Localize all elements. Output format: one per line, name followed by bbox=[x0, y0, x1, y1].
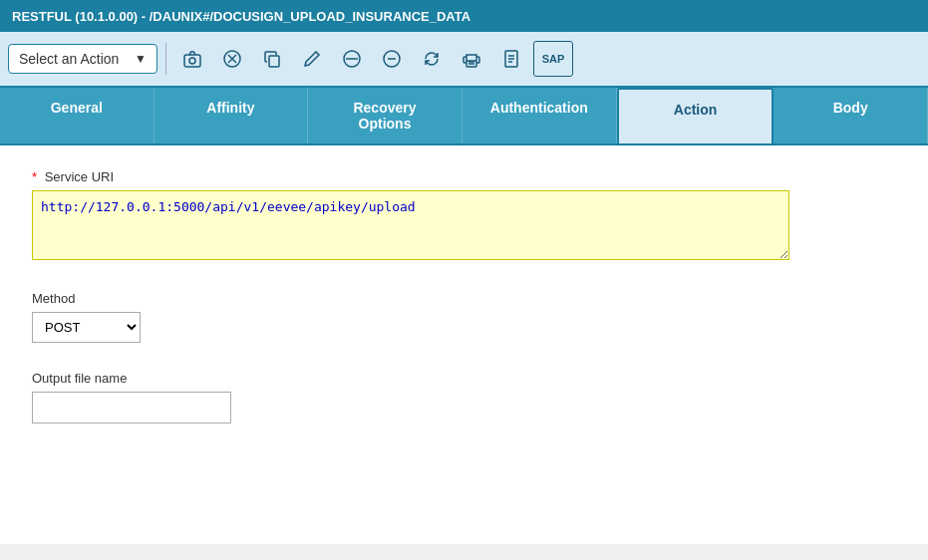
action-select-button[interactable]: Select an Action ▼ bbox=[8, 44, 157, 74]
tab-affinity[interactable]: Affinity bbox=[155, 88, 309, 143]
document-lines-icon[interactable] bbox=[493, 41, 529, 77]
tab-general[interactable]: General bbox=[0, 88, 155, 143]
output-file-label: Output file name bbox=[32, 371, 896, 386]
service-uri-label: * Service URI bbox=[32, 169, 896, 184]
tabs: General Affinity Recovery Options Authen… bbox=[0, 88, 928, 145]
refresh-icon[interactable] bbox=[414, 41, 450, 77]
print-icon[interactable] bbox=[454, 41, 489, 77]
chevron-down-icon: ▼ bbox=[135, 52, 147, 66]
tab-recovery-options[interactable]: Recovery Options bbox=[308, 88, 463, 143]
title-bar: RESTFUL (10.1.0.00) - /DAUNIX#/DOCUSIGN_… bbox=[0, 0, 928, 32]
block-icon[interactable] bbox=[334, 41, 370, 77]
service-uri-label-text: Service URI bbox=[45, 169, 114, 184]
minus-icon[interactable] bbox=[374, 41, 410, 77]
action-select-label: Select an Action bbox=[19, 51, 119, 67]
copy-icon[interactable] bbox=[254, 41, 290, 77]
tab-authentication[interactable]: Authentication bbox=[463, 88, 617, 143]
title-text: RESTFUL (10.1.0.00) - /DAUNIX#/DOCUSIGN_… bbox=[12, 9, 470, 24]
toolbar: Select an Action ▼ bbox=[0, 32, 928, 88]
tab-action[interactable]: Action bbox=[617, 88, 774, 143]
output-file-input[interactable] bbox=[32, 392, 231, 423]
svg-rect-5 bbox=[269, 56, 279, 67]
svg-point-1 bbox=[189, 58, 195, 64]
main-content: * Service URI http://127.0.0.1:5000/api/… bbox=[0, 145, 928, 544]
sap-label: SAP bbox=[542, 53, 565, 65]
toolbar-separator-1 bbox=[165, 43, 166, 75]
cancel-circle-icon[interactable] bbox=[214, 41, 250, 77]
service-uri-input[interactable]: http://127.0.0.1:5000/api/v1/eevee/apike… bbox=[32, 190, 789, 260]
sap-icon[interactable]: SAP bbox=[533, 41, 573, 77]
svg-rect-0 bbox=[184, 55, 200, 67]
method-label: Method bbox=[32, 291, 896, 306]
service-uri-required: * bbox=[32, 169, 37, 184]
tab-body[interactable]: Body bbox=[773, 88, 928, 143]
output-file-section: Output file name bbox=[32, 371, 896, 423]
camera-icon[interactable] bbox=[174, 41, 210, 77]
method-section: Method POST GET PUT DELETE PATCH bbox=[32, 291, 896, 343]
service-uri-section: * Service URI http://127.0.0.1:5000/api/… bbox=[32, 169, 896, 263]
method-select[interactable]: POST GET PUT DELETE PATCH bbox=[32, 312, 141, 343]
edit-icon[interactable] bbox=[294, 41, 330, 77]
